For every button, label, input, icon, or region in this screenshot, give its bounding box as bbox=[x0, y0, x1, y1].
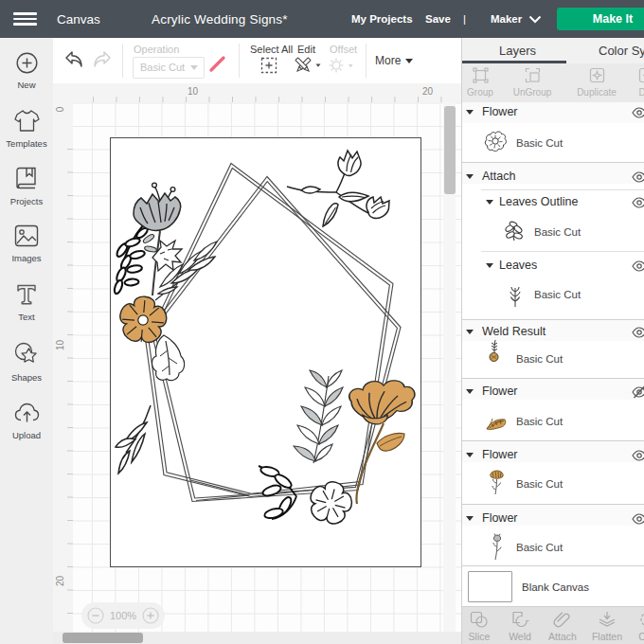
svg-text:100%: 100% bbox=[110, 610, 136, 621]
